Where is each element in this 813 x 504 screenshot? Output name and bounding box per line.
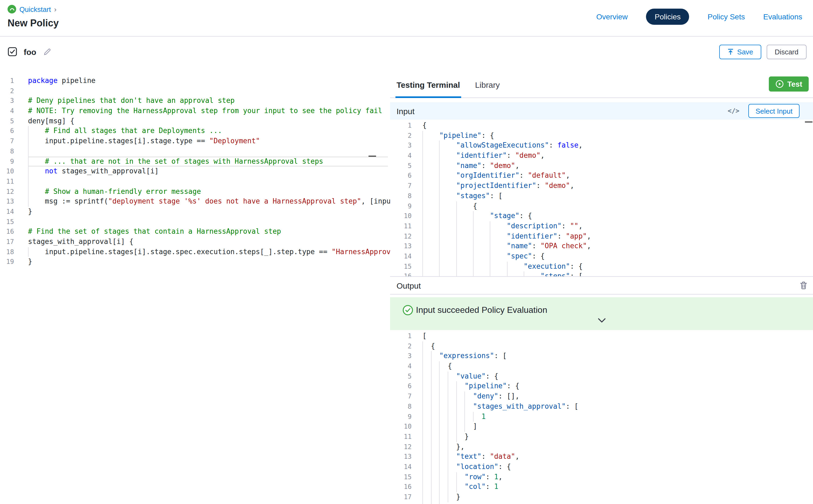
line-number: 18	[0, 247, 19, 257]
code-line: 9 {	[390, 201, 813, 211]
line-number: 3	[390, 141, 416, 151]
output-section-header: Output	[390, 276, 813, 295]
output-title: Output	[396, 281, 421, 290]
code-icon[interactable]: </>	[728, 107, 739, 115]
code-line: 11 "description": "",	[390, 221, 813, 231]
line-number: 3	[390, 351, 416, 361]
line-number: 9	[390, 201, 416, 211]
breadcrumb-link-quickstart[interactable]: Quickstart	[19, 5, 51, 13]
line-number: 13	[390, 241, 416, 251]
code-line: 18 input.pipeline.stages[i].stage.spec.e…	[0, 247, 390, 257]
line-number: 3	[0, 96, 19, 106]
trash-icon[interactable]	[800, 281, 808, 290]
code-line: 16 "col": 1	[390, 482, 813, 492]
line-number: 5	[0, 116, 19, 126]
harness-logo-icon	[8, 5, 16, 13]
line-number: 14	[0, 207, 19, 217]
policy-check-icon	[8, 47, 17, 57]
line-number: 6	[390, 381, 416, 391]
code-line: 2 {	[390, 341, 813, 351]
nav-item-overview[interactable]: Overview	[597, 12, 628, 21]
line-number: 16	[390, 272, 416, 276]
code-line: 15	[0, 217, 390, 227]
policy-editor[interactable]: 1package pipeline23# Deny pipelines that…	[0, 67, 390, 504]
code-line: 3 "allowStageExecutions": false,	[390, 141, 813, 151]
code-line: 6 # Find all stages that are Deployments…	[0, 126, 390, 136]
code-line: 14 "spec": {	[390, 251, 813, 261]
line-number: 4	[390, 361, 416, 371]
test-button[interactable]: Test	[769, 76, 809, 92]
overview-ruler-mark	[368, 156, 376, 157]
code-line: 5 "name": "demo",	[390, 161, 813, 171]
line-number: 13	[0, 197, 19, 207]
output-editor[interactable]: 1[2 {3 "expressions": [4 {5 "value": {6 …	[390, 330, 813, 504]
code-line: 17stages_with_approval[i] {	[0, 237, 390, 247]
code-line: 13 "text": "data",	[390, 452, 813, 462]
line-number: 17	[0, 237, 19, 247]
policy-name: foo	[24, 47, 36, 56]
tab-library[interactable]: Library	[474, 80, 501, 98]
tab-testing-terminal[interactable]: Testing Terminal	[395, 80, 461, 98]
line-number: 8	[0, 146, 19, 156]
line-number: 14	[390, 251, 416, 261]
nav-item-policies[interactable]: Policies	[646, 9, 689, 25]
line-number: 8	[390, 402, 416, 412]
line-number: 2	[390, 341, 416, 351]
code-line: 10 "stage": {	[390, 211, 813, 221]
code-line: 13 "name": "OPA check",	[390, 241, 813, 251]
pencil-icon[interactable]	[44, 48, 51, 55]
code-line: 6 "pipeline": {	[390, 381, 813, 391]
line-number: 10	[390, 211, 416, 221]
line-number: 7	[390, 391, 416, 401]
line-number: 4	[390, 151, 416, 161]
policy-toolbar: foo Save Discard	[0, 37, 813, 67]
input-section-header: Input </> Select Input	[390, 102, 813, 120]
code-line: 12 },	[390, 442, 813, 452]
input-editor-lines: 1{2 "pipeline": {3 "allowStageExecutions…	[390, 121, 813, 276]
line-number: 12	[390, 442, 416, 452]
code-line: 9 1	[390, 412, 813, 422]
line-number: 13	[390, 452, 416, 462]
input-editor[interactable]: 1{2 "pipeline": {3 "allowStageExecutions…	[390, 120, 813, 276]
nav-item-policy-sets[interactable]: Policy Sets	[708, 12, 745, 21]
line-number: 5	[390, 161, 416, 171]
code-line: 13 msg := sprintf("deployment stage '%s'…	[0, 197, 390, 207]
line-number: 16	[0, 227, 19, 237]
line-number: 1	[390, 331, 416, 341]
save-button[interactable]: Save	[720, 44, 761, 59]
chevron-down-icon[interactable]	[597, 318, 606, 323]
line-number: 10	[0, 166, 19, 176]
code-line: 4 {	[390, 361, 813, 371]
line-number: 11	[390, 221, 416, 231]
line-number: 7	[0, 136, 19, 146]
code-line: 16 "steps": [	[390, 272, 813, 276]
line-number: 15	[0, 217, 19, 227]
evaluation-success-banner: Input succeeded Policy Evaluation	[390, 297, 813, 330]
code-line: 4 "identifier": "demo",	[390, 151, 813, 161]
scrollbar-mark	[805, 121, 812, 123]
line-number: 11	[0, 177, 19, 187]
code-line: 7 input.pipeline.stages[i].stage.type ==…	[0, 136, 390, 146]
line-number: 9	[390, 412, 416, 422]
line-number: 2	[390, 131, 416, 141]
code-line: 11 }	[390, 432, 813, 442]
select-input-button[interactable]: Select Input	[749, 104, 800, 118]
line-number: 1	[390, 121, 416, 131]
line-number: 2	[0, 86, 19, 96]
discard-button[interactable]: Discard	[767, 44, 807, 59]
testing-panel: Testing Terminal Library Test Input </> …	[390, 67, 813, 504]
code-line: 3 "expressions": [	[390, 351, 813, 361]
upload-icon	[728, 48, 734, 55]
nav-item-evaluations[interactable]: Evaluations	[763, 12, 802, 21]
code-line: 8	[0, 146, 390, 156]
code-line: 7 "projectIdentifier": "demo",	[390, 181, 813, 191]
breadcrumb: Quickstart ›	[8, 5, 57, 13]
line-number: 15	[390, 472, 416, 482]
code-line: 19}	[0, 257, 390, 267]
code-line: 15 "row": 1,	[390, 472, 813, 482]
line-number: 16	[390, 482, 416, 492]
line-number: 18	[390, 502, 416, 504]
code-line: 3# Deny pipelines that don't have an app…	[0, 96, 390, 106]
page: Quickstart › New Policy Overview Policie…	[0, 0, 813, 504]
line-number: 17	[390, 492, 416, 502]
